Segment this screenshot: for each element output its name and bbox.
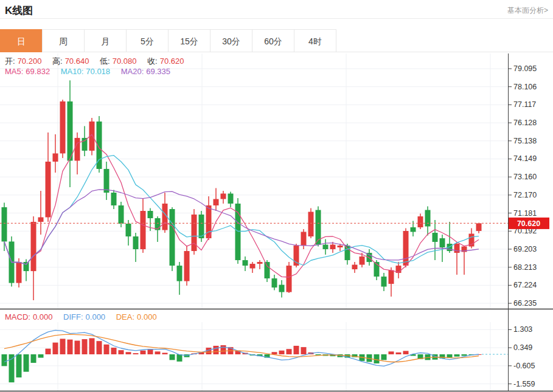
macd-bar (9, 354, 15, 382)
candle-body (476, 223, 482, 231)
close-label: 收: (147, 57, 158, 66)
macd-bar (177, 354, 183, 362)
candle-body (403, 231, 409, 266)
macd-bar (2, 354, 7, 366)
current-price-badge-value: 70.620 (517, 219, 540, 228)
candle-body (243, 260, 248, 266)
y-axis-label: 75.138 (513, 137, 537, 145)
candle-body (301, 232, 307, 246)
y-axis-label: 74.149 (513, 154, 537, 163)
candle-body (148, 211, 153, 218)
candle-body (16, 262, 22, 283)
candle-body (126, 224, 131, 236)
high-value: 70.640 (65, 57, 89, 66)
macd-bar (454, 354, 460, 357)
y-axis-label: 68.213 (513, 263, 537, 272)
candle-body (308, 212, 314, 237)
macd-bar (97, 341, 102, 354)
macd-bar (294, 346, 299, 354)
macd-bar (389, 351, 394, 354)
candle-body (228, 193, 234, 204)
low-label: 低: (100, 57, 110, 66)
candle-body (214, 199, 219, 205)
macd-bar (374, 354, 380, 363)
y-axis-label: 0.349 (513, 343, 532, 352)
macd-bar (31, 354, 37, 363)
macd-bar (24, 354, 29, 372)
macd-bar (396, 352, 402, 354)
macd-bar (38, 354, 44, 358)
y-axis-label: -1.559 (513, 380, 535, 388)
candle-body (440, 238, 445, 247)
candle-body (433, 233, 438, 242)
macd-bar (60, 339, 66, 354)
candle-body (53, 153, 58, 162)
y-axis-label: 69.203 (513, 245, 537, 253)
macd-bar (279, 351, 285, 354)
y-axis-label: 71.181 (513, 209, 537, 218)
macd-bar (68, 340, 73, 354)
low-value: 70.080 (113, 57, 137, 66)
diff-label: DIFF: (63, 312, 83, 322)
macd-bar (133, 353, 139, 354)
macd-bar (119, 350, 124, 354)
candle-body (38, 218, 44, 222)
candle-body (250, 264, 256, 269)
candle-body (389, 270, 394, 284)
candle-body (170, 209, 175, 266)
macd-bar (462, 354, 467, 356)
diff-value: 0.000 (86, 312, 106, 322)
macd-bar (214, 346, 219, 354)
candle-body (177, 266, 183, 281)
macd-bar (148, 349, 153, 354)
candle-body (338, 246, 343, 247)
y-axis-label: 76.128 (513, 119, 537, 127)
candle-body (104, 169, 110, 193)
candle-body (24, 262, 29, 271)
y-axis-label: 72.170 (513, 191, 537, 199)
candle-body (119, 205, 124, 224)
macd-bar (89, 338, 95, 354)
macd-bar (287, 349, 292, 354)
candle-body (323, 245, 329, 250)
price-badge: 70.620 (509, 218, 549, 229)
macd-indicator-row: MACD:0.000 DIFF:0.000 DEA:0.000 (5, 312, 159, 322)
candle-body (425, 210, 431, 227)
ma10-label: MA10: (61, 67, 84, 76)
ma20-label: MA20: (121, 67, 144, 76)
candle-body (287, 266, 292, 292)
y-axis-label: 66.235 (513, 299, 537, 308)
macd-bar (53, 343, 58, 354)
candle-body (111, 193, 117, 205)
macd-bar (301, 347, 307, 354)
macd-bar (111, 348, 117, 354)
macd-bar (403, 351, 409, 354)
macd-label: MACD: (5, 312, 30, 322)
close-value: 70.620 (160, 57, 184, 66)
macd-bar (16, 354, 22, 377)
macd-value: 0.000 (33, 312, 53, 322)
high-label: 高: (52, 57, 63, 66)
macd-bar (126, 352, 131, 354)
dea-value: 0.000 (137, 312, 157, 322)
ma10-value: 70.018 (86, 67, 110, 76)
gridlines (0, 53, 508, 391)
dea-label: DEA: (116, 312, 134, 322)
macd-bar (381, 354, 387, 360)
candle-body (418, 216, 423, 227)
ma20-value: 69.335 (146, 67, 170, 76)
candle-body (265, 262, 270, 278)
candle-body (31, 222, 37, 271)
y-axis-label: 67.224 (513, 281, 537, 289)
candle-body (221, 193, 226, 199)
candle-body (352, 265, 358, 270)
macd-bar (447, 354, 453, 358)
candle-body (60, 101, 66, 154)
y-axis-label: -0.605 (513, 362, 535, 370)
candle-body (133, 236, 139, 249)
macd-bar (221, 345, 226, 354)
candle-body (454, 244, 460, 253)
candle-body (192, 215, 197, 251)
ohlc-indicator-row: 开:70.200 高:70.640 低:70.080 收:70.620 (5, 56, 186, 67)
y-axis-label: 1.303 (513, 325, 532, 334)
